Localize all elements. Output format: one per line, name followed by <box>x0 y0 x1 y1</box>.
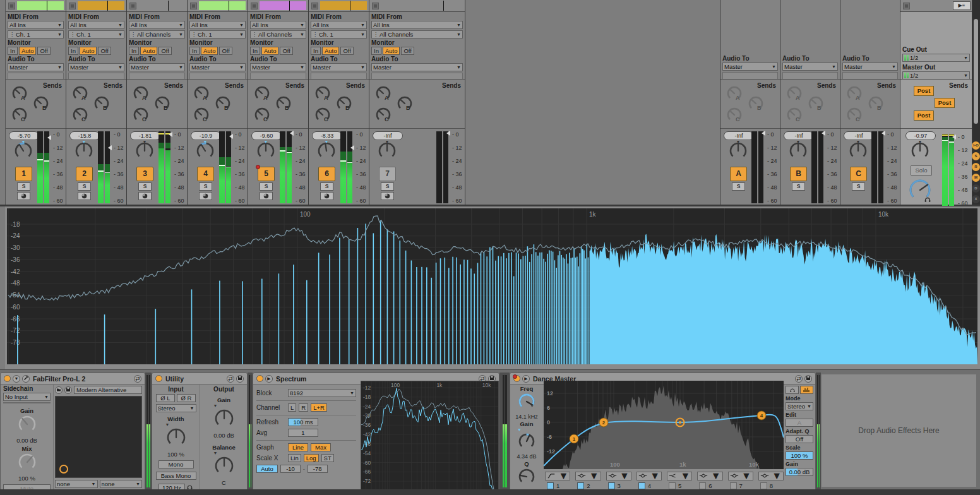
monitor-in-button[interactable]: In <box>189 47 200 55</box>
cue-out-select[interactable]: 1/2▼ <box>902 54 970 62</box>
solo-button[interactable]: S <box>138 182 152 191</box>
track-level-readout[interactable]: -1.81 <box>130 131 160 140</box>
audio-to-select[interactable]: Master▼ <box>842 63 898 71</box>
send-b-knob[interactable]: B <box>807 95 825 115</box>
sidechain-input-select[interactable]: No Input▼ <box>3 393 51 401</box>
arm-record-button[interactable] <box>138 192 152 200</box>
expand-icon[interactable]: ▶ <box>522 375 530 383</box>
return-level-readout[interactable]: -Inf <box>724 131 754 140</box>
mixer-section-toggle-m[interactable]: M <box>972 174 980 182</box>
send-b-knob[interactable]: B <box>867 95 885 115</box>
monitor-off-button[interactable]: Off <box>158 47 172 55</box>
device-on-icon[interactable] <box>513 375 520 382</box>
audio-to-select[interactable]: Master▼ <box>129 63 185 71</box>
level-meter[interactable]: 01224364860 <box>98 131 126 203</box>
solo-button[interactable]: S <box>320 182 333 191</box>
channel-lr-button[interactable]: L+R <box>311 403 327 412</box>
clip-stop-button[interactable] <box>69 3 76 9</box>
scale-log-button[interactable]: Log <box>304 454 319 462</box>
level-meter[interactable]: 01224364860 <box>942 134 970 206</box>
wrench-icon[interactable] <box>22 375 30 383</box>
audio-to-select[interactable]: Master▼ <box>371 63 463 71</box>
pan-knob[interactable]: ▼ <box>787 141 809 166</box>
track-level-readout[interactable]: -9.60 <box>251 131 282 140</box>
graph-line-button[interactable]: Line <box>288 443 308 451</box>
solo-button[interactable]: S <box>260 182 273 191</box>
track-level-readout[interactable]: -10.9 <box>191 131 221 140</box>
band-5-enable-checkbox[interactable] <box>669 482 676 489</box>
band-4-filter-type-select[interactable]: ▼ <box>636 472 662 480</box>
device-title-bar[interactable]: Utility ⇄ <box>152 373 247 385</box>
arm-record-button[interactable] <box>320 192 333 200</box>
send-c-knob[interactable]: C <box>11 106 28 126</box>
clip-slot[interactable] <box>78 1 124 10</box>
edit-ab-button[interactable]: A <box>786 419 813 427</box>
solo-button[interactable]: S <box>381 182 394 191</box>
volume-fader-handle[interactable] <box>881 131 885 136</box>
volume-fader-handle[interactable] <box>350 145 354 150</box>
send-b-knob[interactable]: B <box>275 95 292 115</box>
monitor-in-button[interactable]: In <box>129 47 139 55</box>
pan-knob[interactable]: ▼ <box>194 141 216 166</box>
solo-button[interactable]: S <box>78 182 91 191</box>
track-level-readout[interactable]: -5.70 <box>9 131 39 140</box>
send-b-knob[interactable]: B <box>93 95 111 115</box>
level-meter[interactable]: 01224364860 <box>751 131 779 203</box>
drop-audio-effects-area[interactable]: Drop Audio Effects Here <box>821 374 977 487</box>
track-activator-button[interactable]: 2 <box>76 167 93 181</box>
send-c-knob[interactable]: C <box>71 106 89 126</box>
plugin-param-2-select[interactable]: none▼ <box>100 480 143 488</box>
send-c-knob[interactable]: C <box>314 106 332 126</box>
midi-from-select[interactable]: All Ins▼ <box>371 21 463 29</box>
pan-knob[interactable]: ▼ <box>134 141 155 166</box>
pan-knob[interactable]: ▼ <box>316 141 337 166</box>
clip-slot[interactable] <box>17 1 64 10</box>
send-b-post-button[interactable]: Post <box>935 98 955 108</box>
monitor-auto-button[interactable]: Auto <box>201 47 218 55</box>
return-level-readout[interactable]: -Inf <box>844 131 874 140</box>
gain-value[interactable]: 0.00 dB <box>16 437 37 444</box>
audio-to-select[interactable]: Master▼ <box>250 63 306 71</box>
midi-channel-select[interactable]: ⋮Ch. 1▼ <box>189 30 246 39</box>
master-solo-button[interactable]: Solo <box>911 165 932 176</box>
midi-channel-select[interactable]: ⋮All Channels▼ <box>129 30 185 39</box>
send-c-knob[interactable]: C <box>726 106 743 126</box>
channel-mode-select[interactable]: Stereo▼ <box>156 404 196 412</box>
send-c-knob[interactable]: C <box>193 106 210 126</box>
monitor-in-button[interactable]: In <box>8 47 18 55</box>
midi-from-select[interactable]: All Ins▼ <box>250 21 306 29</box>
midi-channel-select[interactable]: ⋮Ch. 1▼ <box>68 30 124 39</box>
arm-record-button[interactable] <box>78 192 91 200</box>
track-level-readout[interactable]: -8.33 <box>312 131 342 140</box>
pan-knob[interactable]: ▼ <box>847 141 869 166</box>
pan-knob[interactable]: ▼ <box>376 141 398 166</box>
save-preset-icon[interactable] <box>236 375 244 383</box>
send-c-knob[interactable]: C <box>374 106 392 126</box>
return-activator-button[interactable]: C <box>850 167 867 181</box>
global-gain-value[interactable]: 0.00 dB <box>786 468 813 476</box>
mixer-section-toggle-d[interactable]: D <box>972 184 980 193</box>
level-meter[interactable]: 01224364860 <box>811 131 839 203</box>
gain-knob[interactable]: ▼ <box>213 403 235 432</box>
monitor-off-button[interactable]: Off <box>98 47 111 55</box>
send-a-post-button[interactable]: Post <box>914 86 934 96</box>
track-activator-button[interactable]: 3 <box>136 167 153 181</box>
monitor-in-button[interactable]: In <box>250 47 260 55</box>
clip-stop-button[interactable] <box>372 3 379 9</box>
master-out-select[interactable]: 1/2▼ <box>902 71 970 79</box>
send-b-knob[interactable]: B <box>335 95 353 115</box>
volume-fader-handle[interactable] <box>229 134 233 139</box>
send-b-knob[interactable]: B <box>32 95 50 115</box>
monitor-in-button[interactable]: In <box>311 47 321 55</box>
range-high-field[interactable]: -10 <box>280 465 301 473</box>
analyzer-toggle-button[interactable] <box>800 386 813 394</box>
solo-button[interactable]: S <box>17 182 30 191</box>
arm-record-button[interactable] <box>381 192 394 200</box>
master-pan-knob[interactable]: ▼ <box>909 141 931 166</box>
send-c-knob[interactable]: C <box>132 106 150 126</box>
phase-right-button[interactable]: Ø R <box>177 394 196 402</box>
band-5-filter-type-select[interactable]: ▼ <box>667 472 692 480</box>
send-a-knob[interactable]: A <box>314 85 332 105</box>
expand-icon[interactable]: ▶ <box>265 375 273 383</box>
send-c-knob[interactable]: C <box>846 106 863 126</box>
